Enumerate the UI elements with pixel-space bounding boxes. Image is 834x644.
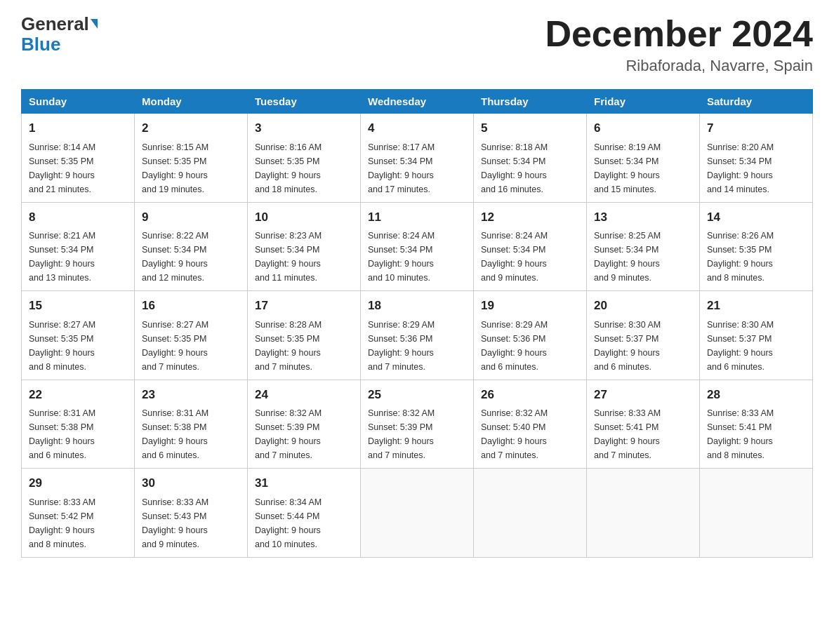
day-number: 26	[481, 386, 579, 404]
calendar-body: 1Sunrise: 8:14 AM Sunset: 5:35 PM Daylig…	[22, 114, 813, 558]
calendar-cell: 6Sunrise: 8:19 AM Sunset: 5:34 PM Daylig…	[587, 114, 700, 203]
day-number: 18	[368, 297, 466, 315]
day-number: 29	[29, 474, 127, 492]
day-info: Sunrise: 8:30 AM Sunset: 5:37 PM Dayligh…	[707, 318, 805, 374]
day-number: 30	[142, 474, 240, 492]
calendar-cell: 19Sunrise: 8:29 AM Sunset: 5:36 PM Dayli…	[474, 291, 587, 380]
week-row-2: 8Sunrise: 8:21 AM Sunset: 5:34 PM Daylig…	[22, 202, 813, 291]
day-info: Sunrise: 8:22 AM Sunset: 5:34 PM Dayligh…	[142, 229, 240, 285]
title-block: December 2024 Ribaforada, Navarre, Spain	[545, 14, 813, 75]
calendar-cell: 11Sunrise: 8:24 AM Sunset: 5:34 PM Dayli…	[361, 202, 474, 291]
day-info: Sunrise: 8:28 AM Sunset: 5:35 PM Dayligh…	[255, 318, 353, 374]
day-info: Sunrise: 8:32 AM Sunset: 5:40 PM Dayligh…	[481, 406, 579, 462]
day-number: 16	[142, 297, 240, 315]
day-number: 28	[707, 386, 805, 404]
calendar-table: SundayMondayTuesdayWednesdayThursdayFrid…	[21, 89, 813, 558]
calendar-cell: 16Sunrise: 8:27 AM Sunset: 5:35 PM Dayli…	[135, 291, 248, 380]
day-number: 21	[707, 297, 805, 315]
day-info: Sunrise: 8:33 AM Sunset: 5:43 PM Dayligh…	[142, 495, 240, 551]
day-info: Sunrise: 8:33 AM Sunset: 5:41 PM Dayligh…	[594, 406, 692, 462]
calendar-cell: 30Sunrise: 8:33 AM Sunset: 5:43 PM Dayli…	[135, 469, 248, 558]
calendar-cell: 14Sunrise: 8:26 AM Sunset: 5:35 PM Dayli…	[700, 202, 813, 291]
header-cell-saturday: Saturday	[700, 90, 813, 114]
day-number: 14	[707, 208, 805, 227]
day-info: Sunrise: 8:17 AM Sunset: 5:34 PM Dayligh…	[368, 140, 466, 196]
day-number: 15	[29, 297, 127, 315]
day-info: Sunrise: 8:21 AM Sunset: 5:34 PM Dayligh…	[29, 229, 127, 285]
day-info: Sunrise: 8:26 AM Sunset: 5:35 PM Dayligh…	[707, 229, 805, 285]
calendar-cell: 10Sunrise: 8:23 AM Sunset: 5:34 PM Dayli…	[248, 202, 361, 291]
calendar-header: SundayMondayTuesdayWednesdayThursdayFrid…	[22, 90, 813, 114]
day-number: 6	[594, 119, 692, 137]
week-row-3: 15Sunrise: 8:27 AM Sunset: 5:35 PM Dayli…	[22, 291, 813, 380]
logo-general-text: General	[21, 14, 89, 34]
location-text: Ribaforada, Navarre, Spain	[545, 57, 813, 75]
week-row-4: 22Sunrise: 8:31 AM Sunset: 5:38 PM Dayli…	[22, 380, 813, 469]
day-info: Sunrise: 8:33 AM Sunset: 5:41 PM Dayligh…	[707, 406, 805, 462]
calendar-cell: 23Sunrise: 8:31 AM Sunset: 5:38 PM Dayli…	[135, 380, 248, 469]
logo-arrow-icon	[91, 19, 98, 29]
month-title: December 2024	[545, 14, 813, 54]
header-row: SundayMondayTuesdayWednesdayThursdayFrid…	[22, 90, 813, 114]
calendar-cell: 13Sunrise: 8:25 AM Sunset: 5:34 PM Dayli…	[587, 202, 700, 291]
week-row-5: 29Sunrise: 8:33 AM Sunset: 5:42 PM Dayli…	[22, 469, 813, 558]
day-number: 22	[29, 386, 127, 404]
day-info: Sunrise: 8:18 AM Sunset: 5:34 PM Dayligh…	[481, 140, 579, 196]
calendar-cell: 27Sunrise: 8:33 AM Sunset: 5:41 PM Dayli…	[587, 380, 700, 469]
calendar-cell: 5Sunrise: 8:18 AM Sunset: 5:34 PM Daylig…	[474, 114, 587, 203]
day-info: Sunrise: 8:32 AM Sunset: 5:39 PM Dayligh…	[255, 406, 353, 462]
day-info: Sunrise: 8:33 AM Sunset: 5:42 PM Dayligh…	[29, 495, 127, 551]
day-info: Sunrise: 8:24 AM Sunset: 5:34 PM Dayligh…	[368, 229, 466, 285]
header-cell-sunday: Sunday	[22, 90, 135, 114]
day-info: Sunrise: 8:23 AM Sunset: 5:34 PM Dayligh…	[255, 229, 353, 285]
day-info: Sunrise: 8:27 AM Sunset: 5:35 PM Dayligh…	[29, 318, 127, 374]
day-number: 27	[594, 386, 692, 404]
calendar-cell: 20Sunrise: 8:30 AM Sunset: 5:37 PM Dayli…	[587, 291, 700, 380]
header-cell-friday: Friday	[587, 90, 700, 114]
calendar-cell: 12Sunrise: 8:24 AM Sunset: 5:34 PM Dayli…	[474, 202, 587, 291]
day-info: Sunrise: 8:14 AM Sunset: 5:35 PM Dayligh…	[29, 140, 127, 196]
calendar-cell: 1Sunrise: 8:14 AM Sunset: 5:35 PM Daylig…	[22, 114, 135, 203]
day-number: 31	[255, 474, 353, 492]
day-number: 20	[594, 297, 692, 315]
day-number: 2	[142, 119, 240, 137]
header-cell-thursday: Thursday	[474, 90, 587, 114]
calendar-cell	[700, 469, 813, 558]
calendar-cell: 31Sunrise: 8:34 AM Sunset: 5:44 PM Dayli…	[248, 469, 361, 558]
calendar-cell: 22Sunrise: 8:31 AM Sunset: 5:38 PM Dayli…	[22, 380, 135, 469]
day-info: Sunrise: 8:25 AM Sunset: 5:34 PM Dayligh…	[594, 229, 692, 285]
day-info: Sunrise: 8:30 AM Sunset: 5:37 PM Dayligh…	[594, 318, 692, 374]
calendar-cell: 26Sunrise: 8:32 AM Sunset: 5:40 PM Dayli…	[474, 380, 587, 469]
header-cell-monday: Monday	[135, 90, 248, 114]
day-info: Sunrise: 8:15 AM Sunset: 5:35 PM Dayligh…	[142, 140, 240, 196]
calendar-cell: 21Sunrise: 8:30 AM Sunset: 5:37 PM Dayli…	[700, 291, 813, 380]
calendar-cell: 8Sunrise: 8:21 AM Sunset: 5:34 PM Daylig…	[22, 202, 135, 291]
calendar-cell	[361, 469, 474, 558]
day-info: Sunrise: 8:32 AM Sunset: 5:39 PM Dayligh…	[368, 406, 466, 462]
page-header: General Blue December 2024 Ribaforada, N…	[21, 14, 813, 75]
header-cell-tuesday: Tuesday	[248, 90, 361, 114]
calendar-cell	[587, 469, 700, 558]
day-number: 3	[255, 119, 353, 137]
day-info: Sunrise: 8:29 AM Sunset: 5:36 PM Dayligh…	[481, 318, 579, 374]
calendar-cell: 9Sunrise: 8:22 AM Sunset: 5:34 PM Daylig…	[135, 202, 248, 291]
day-info: Sunrise: 8:20 AM Sunset: 5:34 PM Dayligh…	[707, 140, 805, 196]
day-info: Sunrise: 8:24 AM Sunset: 5:34 PM Dayligh…	[481, 229, 579, 285]
day-number: 4	[368, 119, 466, 137]
day-info: Sunrise: 8:29 AM Sunset: 5:36 PM Dayligh…	[368, 318, 466, 374]
day-info: Sunrise: 8:34 AM Sunset: 5:44 PM Dayligh…	[255, 495, 353, 551]
day-number: 10	[255, 208, 353, 227]
day-number: 1	[29, 119, 127, 137]
day-number: 23	[142, 386, 240, 404]
day-number: 11	[368, 208, 466, 227]
day-info: Sunrise: 8:31 AM Sunset: 5:38 PM Dayligh…	[142, 406, 240, 462]
calendar-cell: 2Sunrise: 8:15 AM Sunset: 5:35 PM Daylig…	[135, 114, 248, 203]
header-cell-wednesday: Wednesday	[361, 90, 474, 114]
day-info: Sunrise: 8:19 AM Sunset: 5:34 PM Dayligh…	[594, 140, 692, 196]
day-number: 19	[481, 297, 579, 315]
day-number: 17	[255, 297, 353, 315]
calendar-cell: 4Sunrise: 8:17 AM Sunset: 5:34 PM Daylig…	[361, 114, 474, 203]
calendar-cell: 25Sunrise: 8:32 AM Sunset: 5:39 PM Dayli…	[361, 380, 474, 469]
day-number: 12	[481, 208, 579, 227]
calendar-cell: 7Sunrise: 8:20 AM Sunset: 5:34 PM Daylig…	[700, 114, 813, 203]
